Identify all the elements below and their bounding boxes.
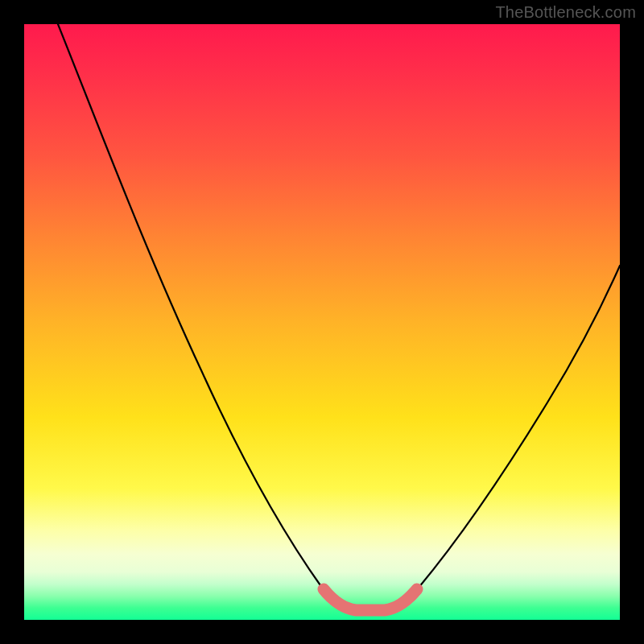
plot-area [24,24,620,620]
chart-frame: TheBottleneck.com [0,0,644,644]
trough-highlight [324,589,417,610]
bottleneck-curve [58,24,620,610]
watermark-text: TheBottleneck.com [495,3,636,22]
curve-layer [24,24,620,620]
